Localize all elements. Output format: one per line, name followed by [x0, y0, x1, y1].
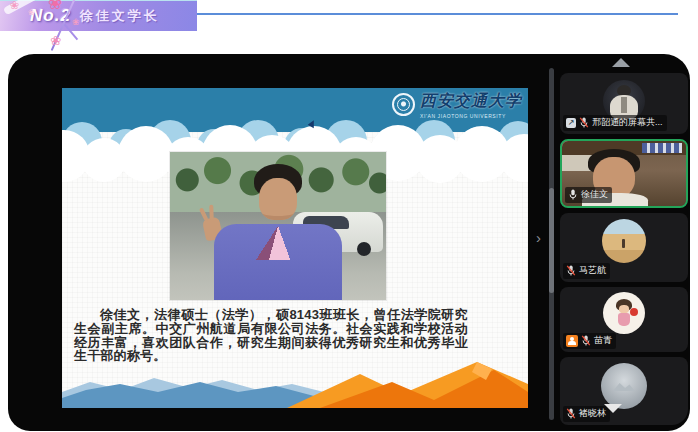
participant-name: 褚晓林	[579, 407, 606, 420]
participant-tile[interactable]: 褚晓林	[560, 357, 688, 425]
university-emblem-icon	[392, 93, 415, 116]
mic-muted-icon	[566, 265, 576, 276]
shared-slide: 西安交通大学 XI'AN JIAOTONG UNIVERSITY 徐佳文，法律硕…	[62, 88, 528, 408]
participant-tile[interactable]: 马艺航	[560, 213, 688, 282]
university-name-english: XI'AN JIAOTONG UNIVERSITY	[420, 113, 522, 119]
meeting-window: 西安交通大学 XI'AN JIAOTONG UNIVERSITY 徐佳文，法律硕…	[8, 54, 690, 431]
mic-muted-icon	[579, 117, 589, 128]
blossom-icon: ❀	[50, 34, 61, 47]
raise-hand-icon	[566, 335, 578, 347]
participant-name: 苗青	[594, 334, 612, 347]
divider-line	[197, 13, 678, 15]
blossom-icon: ❀	[10, 0, 19, 11]
blossom-icon: ❀	[48, 0, 62, 12]
mountains-graphic	[62, 358, 528, 408]
participant-label: 褚晓林	[563, 406, 610, 422]
mic-muted-icon	[581, 335, 591, 346]
participant-tile-hand-raised[interactable]: 苗青	[560, 287, 688, 352]
graduation-photo	[170, 152, 386, 300]
participant-tile-screenshare[interactable]: 邢韶通的屏幕共...	[560, 73, 688, 134]
participants-scrollbar[interactable]	[549, 68, 554, 420]
photo-gown-collar	[250, 226, 306, 260]
participant-tile-speaking[interactable]: 徐佳文	[560, 139, 688, 208]
blossom-icon: ❀	[72, 18, 80, 27]
blossom-icon: ❀	[28, 9, 35, 17]
avatar	[603, 292, 645, 334]
section-title: 徐佳文学长	[80, 7, 160, 25]
participant-name: 徐佳文	[581, 188, 608, 201]
participant-name: 马艺航	[579, 264, 606, 277]
participant-label: 马艺航	[563, 263, 610, 279]
scroll-up-icon[interactable]	[612, 58, 630, 67]
university-name: 西安交通大学	[420, 91, 522, 112]
screen-share-icon	[566, 118, 576, 128]
mic-on-icon	[568, 189, 578, 200]
photo-person-face	[259, 178, 297, 220]
avatar	[601, 363, 647, 409]
scrollbar-thumb[interactable]	[549, 188, 554, 294]
scroll-down-icon[interactable]	[604, 404, 622, 413]
avatar	[602, 219, 646, 263]
collapse-sidebar-icon[interactable]: ›	[536, 230, 541, 245]
participant-label: 徐佳文	[565, 187, 612, 203]
participant-label: 苗青	[563, 333, 616, 349]
participant-name: 邢韶通的屏幕共...	[592, 116, 663, 129]
bio-text: 徐佳文，法律硕士（法学），硕8143班班长，曾任法学院研究生会副主席。中交广州航…	[74, 308, 468, 363]
university-logo: 西安交通大学 XI'AN JIAOTONG UNIVERSITY	[392, 91, 522, 119]
mic-muted-icon	[566, 408, 576, 419]
participant-label: 邢韶通的屏幕共...	[563, 115, 667, 131]
